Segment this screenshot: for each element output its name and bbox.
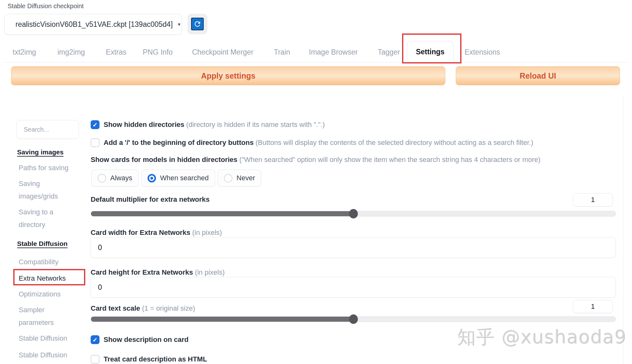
checkbox-show-description[interactable]: ✓ [91, 335, 99, 344]
tab-extras[interactable]: Extras [106, 48, 126, 57]
radio-always[interactable]: Always [91, 170, 139, 187]
sidebar-item-stable-diffusion-2[interactable]: Stable Diffusion [19, 349, 67, 361]
checkbox-show-hidden-directories[interactable]: ✓ [91, 120, 99, 129]
sidebar-item-stable-diffusion-1[interactable]: Stable Diffusion [19, 332, 67, 345]
watermark: 知乎 @xushaoda9 [457, 325, 627, 350]
search-input[interactable] [16, 120, 79, 139]
checkpoint-value: realisticVisionV60B1_v51VAE.ckpt [139ac0… [15, 20, 173, 29]
tab-txt2img[interactable]: txt2img [13, 48, 36, 57]
sidebar-item-saving-to-directory[interactable]: Saving to a directory [19, 206, 74, 231]
radio-selected-icon [147, 174, 156, 182]
settings-page: Stable Diffusion checkpoint realisticVis… [0, 0, 632, 364]
text-scale-label: Card text scale (1 = original size) [91, 304, 195, 313]
setting-label: Treat card description as HTML [104, 355, 207, 363]
sidebar-item-paths-for-saving[interactable]: Paths for saving [19, 162, 69, 174]
slider-handle[interactable] [349, 209, 358, 218]
radio-icon [224, 174, 232, 182]
check-icon: ✓ [93, 121, 98, 128]
sidebar-item-sampler-parameters[interactable]: Sampler parameters [19, 304, 74, 329]
tab-extensions[interactable]: Extensions [465, 48, 500, 57]
setting-hint: (Buttons will display the contents of th… [256, 139, 533, 146]
tab-train[interactable]: Train [274, 48, 290, 57]
text-scale-value-input[interactable] [573, 300, 613, 313]
reload-ui-button[interactable]: Reload UI [456, 66, 620, 85]
multiplier-value-input[interactable] [573, 193, 613, 206]
tab-img2img[interactable]: img2img [57, 48, 85, 57]
radio-label: Never [237, 174, 255, 182]
checkbox-treat-html[interactable] [91, 355, 99, 364]
radio-label: When searched [160, 174, 209, 182]
setting-add-slash: Add a '/' to the beginning of directory … [91, 138, 533, 147]
setting-show-description: ✓ Show description on card [91, 335, 189, 344]
sidebar-item-saving-images-grids[interactable]: Saving images/grids [19, 177, 74, 203]
slider-fill [91, 211, 353, 216]
radio-when-searched[interactable]: When searched [141, 170, 215, 187]
slider-fill [91, 317, 353, 322]
sidebar-item-compatibility[interactable]: Compatibility [19, 256, 58, 268]
card-height-input[interactable] [91, 277, 616, 298]
tab-png-info[interactable]: PNG Info [143, 48, 173, 57]
show-cards-radio-group: Always When searched Never [91, 170, 261, 187]
multiplier-label: Default multiplier for extra networks [91, 195, 210, 204]
tab-settings[interactable]: Settings [407, 41, 454, 63]
slider-handle[interactable] [349, 314, 358, 324]
card-width-input[interactable] [91, 237, 616, 258]
checkpoint-dropdown[interactable]: realisticVisionV60B1_v51VAE.ckpt [139ac0… [4, 14, 182, 35]
tabs-divider [3, 62, 629, 63]
setting-show-cards-label: Show cards for models in hidden director… [91, 156, 540, 164]
sidebar-item-extra-networks[interactable]: Extra Networks [19, 272, 66, 285]
sidebar-section-stable-diffusion[interactable]: Stable Diffusion [17, 240, 68, 248]
tab-settings-label: Settings [416, 48, 445, 56]
multiplier-slider[interactable] [91, 211, 616, 217]
tab-image-browser[interactable]: Image Browser [309, 48, 358, 57]
setting-treat-html: Treat card description as HTML [91, 355, 207, 364]
setting-show-hidden-directories: ✓ Show hidden directories (directory is … [91, 120, 325, 129]
checkbox-add-slash[interactable] [91, 138, 99, 147]
sidebar-item-optimizations[interactable]: Optimizations [19, 288, 61, 301]
tab-checkpoint-merger[interactable]: Checkpoint Merger [192, 48, 253, 57]
card-width-label: Card width for Extra Networks (in pixels… [91, 229, 222, 237]
apply-settings-button[interactable]: Apply settings [11, 66, 445, 85]
setting-label: Show hidden directories [104, 121, 184, 128]
card-height-label: Card height for Extra Networks (in pixel… [91, 268, 225, 277]
setting-hint: (directory is hidden if its name starts … [186, 121, 325, 128]
tab-tagger[interactable]: Tagger [378, 48, 400, 57]
radio-never[interactable]: Never [218, 170, 262, 187]
panel-right-border [623, 95, 623, 364]
setting-label: Show description on card [104, 336, 189, 344]
refresh-checkpoints-button[interactable] [188, 14, 207, 34]
chevron-down-icon: ▼ [177, 22, 181, 27]
radio-label: Always [110, 174, 132, 182]
setting-hint: ("When searched" option will only show t… [239, 156, 541, 164]
setting-label: Add a '/' to the beginning of directory … [104, 139, 254, 146]
text-scale-slider[interactable] [91, 316, 616, 322]
refresh-icon [191, 18, 204, 30]
radio-icon [98, 174, 106, 182]
sidebar-section-saving-images[interactable]: Saving images [17, 148, 63, 156]
check-icon: ✓ [93, 336, 98, 343]
checkpoint-label: Stable Diffusion checkpoint [8, 3, 84, 10]
